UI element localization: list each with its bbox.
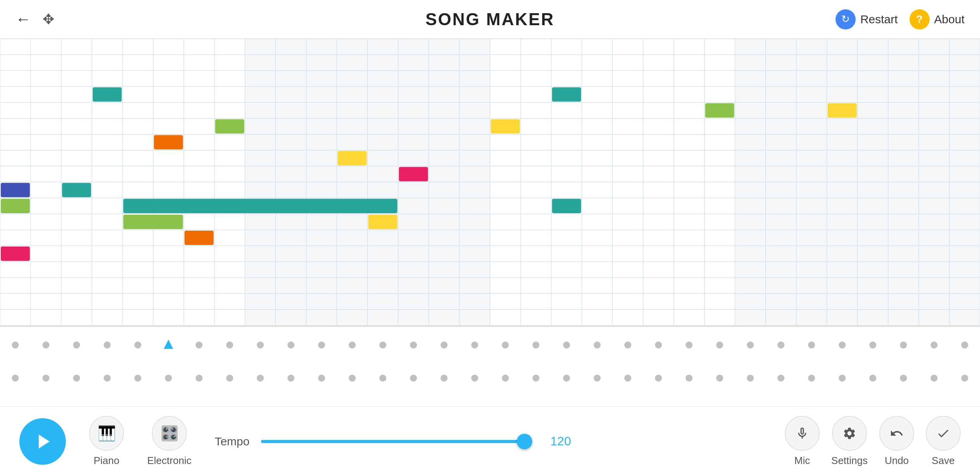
header-right: ↻ Restart ? About	[836, 9, 965, 29]
back-button[interactable]: ←	[15, 10, 31, 28]
restart-icon: ↻	[836, 9, 856, 29]
header-left: ← ✥	[15, 10, 54, 28]
about-icon: ?	[910, 9, 930, 29]
svg-marker-0	[39, 435, 50, 448]
electronic-button[interactable]: 🎛️ Electronic	[147, 416, 191, 467]
settings-icon-circle	[832, 416, 867, 451]
save-button[interactable]: Save	[926, 416, 961, 467]
tempo-section: Tempo 120	[215, 434, 762, 448]
about-label: About	[934, 13, 965, 26]
bottom-bar: 🎹 Piano 🎛️ Electronic Tempo 120 Mic	[0, 406, 980, 476]
undo-button[interactable]: Undo	[879, 416, 914, 467]
piano-button[interactable]: 🎹 Piano	[89, 416, 124, 467]
tempo-thumb[interactable]	[517, 434, 532, 449]
save-icon	[936, 426, 950, 440]
tempo-slider[interactable]	[261, 440, 532, 443]
right-controls: Mic Settings Undo Sa	[785, 416, 961, 467]
mic-icon-circle	[785, 416, 820, 451]
header: ← ✥ SONG MAKER ↻ Restart ? About	[0, 0, 980, 39]
grid-container[interactable]	[0, 39, 980, 406]
undo-icon-circle	[879, 416, 914, 451]
settings-icon	[842, 426, 856, 440]
save-label: Save	[932, 455, 954, 467]
about-button[interactable]: ? About	[910, 9, 965, 29]
mic-icon	[795, 426, 809, 440]
settings-button[interactable]: Settings	[831, 416, 868, 467]
undo-label: Undo	[885, 455, 909, 467]
piano-label: Piano	[94, 455, 120, 467]
play-icon	[35, 432, 53, 451]
app-title: SONG MAKER	[425, 10, 554, 29]
settings-label: Settings	[831, 455, 868, 467]
restart-label: Restart	[860, 13, 898, 26]
mic-label: Mic	[794, 455, 810, 467]
move-button[interactable]: ✥	[43, 11, 54, 28]
mic-button[interactable]: Mic	[785, 416, 820, 467]
electronic-icon: 🎛️	[152, 416, 187, 451]
play-button[interactable]	[19, 418, 66, 465]
piano-icon: 🎹	[89, 416, 124, 451]
restart-button[interactable]: ↻ Restart	[836, 9, 898, 29]
save-icon-circle	[926, 416, 961, 451]
undo-icon	[890, 426, 904, 440]
electronic-label: Electronic	[147, 455, 191, 467]
tempo-label: Tempo	[215, 435, 249, 448]
tempo-track	[261, 440, 532, 443]
tempo-value: 120	[544, 434, 571, 448]
